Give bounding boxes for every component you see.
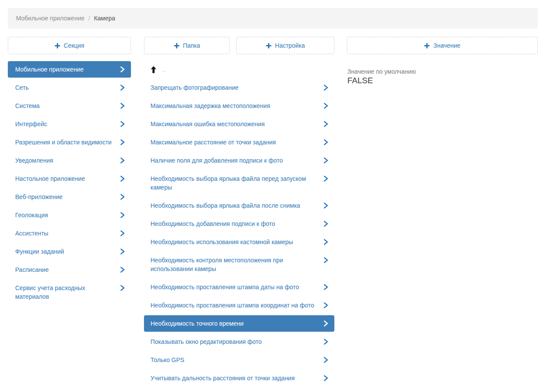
add-setting-label: Настройка: [275, 42, 305, 49]
chevron-right-icon: [120, 248, 125, 255]
chevron-right-icon: [324, 257, 328, 263]
chevron-right-icon: [324, 157, 328, 163]
sidebar-item-label: Разрешения и области видимости: [15, 139, 111, 146]
setting-item-label: Необходимость выбора ярлыка файла перед …: [150, 175, 306, 191]
arrow-up-icon: [150, 66, 157, 73]
chevron-right-icon: [324, 221, 328, 227]
breadcrumb: Мобильное приложение / Камера: [8, 8, 538, 29]
chevron-right-icon: [120, 157, 125, 163]
add-folder-button[interactable]: Папка: [144, 37, 230, 54]
chevron-right-icon: [120, 139, 125, 145]
sidebar-item[interactable]: Система: [8, 98, 131, 114]
chevron-right-icon: [324, 375, 328, 381]
setting-item[interactable]: Необходимость проставления штампа даты н…: [144, 279, 334, 295]
sections-column: Секция Мобильное приложение Сеть: [8, 37, 131, 388]
setting-item[interactable]: Показывать окно редактирования фото: [144, 333, 334, 350]
chevron-right-icon: [324, 85, 328, 91]
sidebar-item[interactable]: Мобильное приложение: [8, 61, 131, 78]
setting-item[interactable]: Необходимость выбора ярлыка файла после …: [144, 197, 334, 214]
setting-item[interactable]: Запрещать фотографирование: [144, 79, 334, 96]
setting-item-label: Только GPS: [150, 356, 184, 363]
chevron-right-icon: [120, 212, 125, 218]
chevron-right-icon: [120, 85, 125, 91]
plus-icon: [266, 43, 271, 49]
sidebar-item-label: Система: [15, 102, 39, 109]
sidebar-item-label: Расписание: [15, 266, 49, 273]
sidebar-item[interactable]: Ассистенты: [8, 225, 131, 242]
chevron-right-icon: [120, 121, 125, 127]
sidebar-item[interactable]: Настольное приложение: [8, 170, 131, 187]
add-value-label: Значение: [433, 42, 460, 49]
setting-item[interactable]: Наличие поля для добавления подписи к фо…: [144, 152, 334, 169]
setting-item[interactable]: Необходимость контроля местоположения пр…: [144, 252, 334, 277]
setting-item[interactable]: Необходимость проставления штампа коорди…: [144, 297, 334, 314]
sidebar-item-label: Уведомления: [15, 157, 53, 164]
sidebar-item-label: Интерфейс: [15, 121, 47, 127]
setting-item[interactable]: Необходимость добавления подписи к фото: [144, 216, 334, 232]
chevron-right-icon: [324, 139, 328, 145]
go-up-label: ..: [162, 68, 165, 73]
add-setting-button[interactable]: Настройка: [236, 37, 334, 54]
setting-item[interactable]: Максимальное расстояние от точки задания: [144, 134, 334, 150]
chevron-right-icon: [324, 320, 328, 327]
chevron-right-icon: [120, 285, 125, 291]
setting-item[interactable]: Необходимость точного времени: [144, 315, 334, 332]
add-folder-label: Папка: [183, 42, 200, 49]
setting-item-label: Максимальное расстояние от точки задания: [150, 139, 276, 146]
sidebar-item[interactable]: Расписание: [8, 261, 131, 278]
setting-item[interactable]: Учитывать дальность расстояния от точки …: [144, 370, 334, 386]
settings-list-container: .. Запрещать фотографирование Максима: [144, 64, 334, 386]
sidebar-item[interactable]: Веб-приложение: [8, 189, 131, 205]
setting-item-label: Показывать окно редактирования фото: [150, 338, 262, 345]
default-value-label: Значение по умолчанию: [347, 68, 538, 75]
setting-item[interactable]: Необходимость использования кастомной ка…: [144, 234, 334, 250]
go-up-item[interactable]: ..: [144, 64, 334, 75]
sidebar-item-label: Сеть: [15, 84, 29, 91]
plus-icon: [174, 43, 180, 49]
sidebar-item[interactable]: Геолокация: [8, 207, 131, 223]
add-section-button[interactable]: Секция: [8, 37, 131, 54]
chevron-right-icon: [324, 121, 328, 127]
plus-icon: [55, 43, 60, 49]
chevron-right-icon: [324, 357, 328, 363]
sections-nav: Мобильное приложение Сеть Систем: [8, 61, 131, 305]
setting-item[interactable]: Максимальная задержка местоположения: [144, 98, 334, 114]
setting-item[interactable]: Максимальная ошибка местоположения: [144, 116, 334, 132]
sidebar-item[interactable]: Функции заданий: [8, 243, 131, 260]
sidebar-item[interactable]: Интерфейс: [8, 116, 131, 132]
default-value-text: FALSE: [347, 75, 538, 86]
chevron-right-icon: [324, 203, 328, 209]
sidebar-item[interactable]: Сервис учета расходных материалов: [8, 280, 131, 305]
add-value-button[interactable]: Значение: [347, 37, 538, 54]
setting-item-label: Запрещать фотографирование: [150, 84, 239, 91]
breadcrumb-parent-link[interactable]: Мобильное приложение: [16, 15, 85, 22]
sidebar-item-label: Сервис учета расходных материалов: [15, 284, 85, 300]
sidebar-item[interactable]: Сеть: [8, 79, 131, 96]
sidebar-item-label: Мобильное приложение: [15, 66, 84, 73]
sidebar-item[interactable]: Разрешения и области видимости: [8, 134, 131, 150]
plus-icon: [424, 43, 430, 49]
sidebar-item-label: Ассистенты: [15, 230, 48, 237]
sidebar-item-label: Настольное приложение: [15, 175, 85, 182]
chevron-right-icon: [120, 194, 125, 200]
setting-item-label: Необходимость выбора ярлыка файла после …: [150, 202, 300, 209]
chevron-right-icon: [324, 339, 328, 345]
chevron-right-icon: [324, 103, 328, 109]
setting-item-label: Максимальная ошибка местоположения: [150, 121, 265, 127]
setting-item-label: Необходимость проставления штампа коорди…: [150, 302, 314, 309]
setting-item[interactable]: Только GPS: [144, 352, 334, 368]
setting-item-label: Необходимость проставления штампа даты н…: [150, 284, 299, 291]
setting-item-label: Максимальная задержка местоположения: [150, 102, 270, 109]
chevron-right-icon: [120, 103, 125, 109]
sidebar-item-label: Веб-приложение: [15, 193, 62, 200]
breadcrumb-separator: /: [88, 15, 90, 22]
chevron-right-icon: [324, 239, 328, 245]
settings-list: Запрещать фотографирование Максимальная …: [144, 79, 334, 386]
breadcrumb-current: Камера: [94, 15, 115, 22]
setting-item[interactable]: Необходимость выбора ярлыка файла перед …: [144, 170, 334, 196]
sidebar-item[interactable]: Уведомления: [8, 152, 131, 169]
sidebar-item-label: Функции заданий: [15, 248, 64, 255]
chevron-right-icon: [120, 267, 125, 273]
chevron-right-icon: [324, 302, 328, 308]
setting-item-label: Необходимость контроля местоположения пр…: [150, 257, 283, 272]
